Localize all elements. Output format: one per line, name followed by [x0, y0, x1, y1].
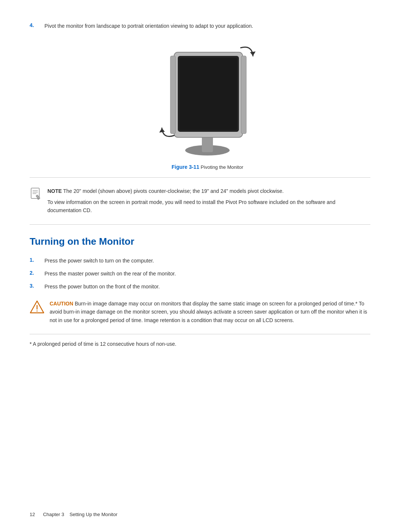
caution-box: CAUTION Burn-in image damage may occur o…: [30, 296, 370, 328]
caution-content: CAUTION Burn-in image damage may occur o…: [50, 300, 370, 324]
footer-chapter: Chapter 3: [43, 512, 64, 517]
note-content: NOTE The 20" model (shown above) pivots …: [47, 187, 370, 215]
svg-rect-1: [202, 135, 213, 152]
note-text: The 20" model (shown above) pivots count…: [63, 188, 284, 194]
step-3-text: Press the power button on the front of t…: [44, 283, 370, 291]
step-2-text: Press the master power switch on the rea…: [44, 270, 370, 278]
svg-marker-8: [159, 128, 165, 133]
figure-caption-label: Figure 3-11: [171, 164, 199, 170]
svg-rect-4: [180, 58, 237, 130]
caution-body: Burn-in image damage may occur on monito…: [50, 301, 367, 323]
divider-3: [30, 334, 370, 334]
note-label: NOTE: [47, 188, 62, 194]
figure-caption: Figure 3-11 Pivoting the Monitor: [171, 164, 243, 170]
step-1-number: 1.: [30, 257, 44, 263]
svg-rect-6: [241, 56, 246, 134]
note-icon: [30, 187, 43, 201]
step-2: 2. Press the master power switch on the …: [30, 270, 370, 278]
monitor-figure: [154, 41, 261, 160]
footer: 12 Chapter 3 Setting Up the Monitor: [30, 512, 370, 517]
step-4-number: 4.: [30, 22, 44, 28]
figure-container: Figure 3-11 Pivoting the Monitor: [44, 41, 370, 170]
divider-2: [30, 224, 370, 225]
figure-caption-description: Pivoting the Monitor: [201, 164, 243, 170]
footer-page-number: 12: [30, 512, 35, 517]
step-1: 1. Press the power switch to turn on the…: [30, 257, 370, 265]
svg-point-17: [37, 310, 38, 311]
step-3: 3. Press the power button on the front o…: [30, 283, 370, 291]
note-box: NOTE The 20" model (shown above) pivots …: [30, 184, 370, 218]
caution-label: CAUTION: [50, 301, 73, 307]
note-paragraph: To view information on the screen in por…: [47, 198, 370, 215]
footnote: * A prolonged period of time is 12 conse…: [30, 340, 370, 348]
section-title: Turning on the Monitor: [30, 236, 370, 250]
svg-marker-7: [250, 51, 256, 56]
divider-1: [30, 177, 370, 178]
step-2-number: 2.: [30, 270, 44, 276]
footer-section: Setting Up the Monitor: [70, 512, 117, 517]
step-3-number: 3.: [30, 283, 44, 289]
caution-icon: [30, 300, 44, 314]
step-4: 4. Pivot the monitor from landscape to p…: [30, 22, 370, 30]
step-4-text: Pivot the monitor from landscape to port…: [44, 22, 370, 30]
svg-rect-5: [170, 56, 176, 134]
step-1-text: Press the power switch to turn on the co…: [44, 257, 370, 265]
